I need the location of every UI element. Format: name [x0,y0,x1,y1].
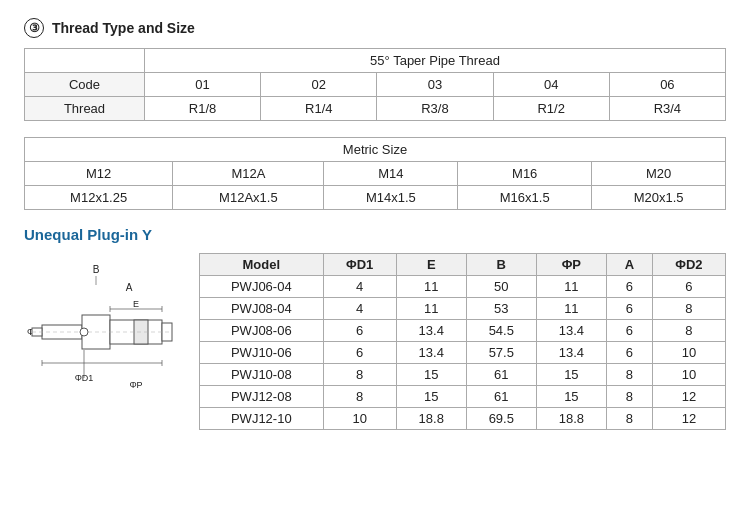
plug-table-row: PWJ08-06613.454.513.468 [200,320,726,342]
plug-cell-6-2: 18.8 [396,408,466,430]
plug-cell-0-0: PWJ06-04 [200,276,324,298]
taper-code-row: Code 01 02 03 04 06 [25,73,726,97]
plug-table-header-row: Model ΦD1 E B ΦP A ΦD2 [200,254,726,276]
plug-cell-0-3: 50 [466,276,536,298]
plug-table-wrap: Model ΦD1 E B ΦP A ΦD2 PWJ06-04411501166… [199,253,726,430]
plug-cell-1-3: 53 [466,298,536,320]
metric-s1-4: M16 [458,162,592,186]
taper-code-5: 06 [609,73,725,97]
plug-diagram: B A ΦD2 [24,263,179,406]
metric-s2-3: M14x1.5 [324,186,458,210]
plug-cell-5-3: 61 [466,386,536,408]
plug-cell-1-5: 6 [606,298,652,320]
metric-size-row-2: M12x1.25 M12Ax1.5 M14x1.5 M16x1.5 M20x1.… [25,186,726,210]
plug-table-row: PWJ08-04411531168 [200,298,726,320]
taper-main-header: 55° Taper Pipe Thread [145,49,726,73]
plug-cell-3-3: 57.5 [466,342,536,364]
plug-diagram-svg: B A ΦD2 [24,263,179,403]
taper-thread-2: R1/4 [261,97,377,121]
plug-cell-2-4: 13.4 [536,320,606,342]
plug-cell-1-0: PWJ08-04 [200,298,324,320]
plug-col-model: Model [200,254,324,276]
plug-cell-6-4: 18.8 [536,408,606,430]
plug-cell-3-6: 10 [652,342,725,364]
plug-cell-2-1: 6 [323,320,396,342]
plug-cell-4-5: 8 [606,364,652,386]
metric-table: Metric Size M12 M12A M14 M16 M20 M12x1.2… [24,137,726,210]
metric-s1-1: M12 [25,162,173,186]
plug-table-row: PWJ10-088156115810 [200,364,726,386]
plug-table: Model ΦD1 E B ΦP A ΦD2 PWJ06-04411501166… [199,253,726,430]
metric-table-wrap: Metric Size M12 M12A M14 M16 M20 M12x1.2… [24,137,726,210]
metric-s1-3: M14 [324,162,458,186]
plug-cell-6-0: PWJ12-10 [200,408,324,430]
plug-section: Unequal Plug-in Y B A ΦD2 [24,226,726,430]
plug-col-d1: ΦD1 [323,254,396,276]
plug-col-b: B [466,254,536,276]
plug-cell-0-6: 6 [652,276,725,298]
section-header: ③ Thread Type and Size [24,18,726,38]
plug-cell-2-2: 13.4 [396,320,466,342]
plug-table-row: PWJ12-101018.869.518.8812 [200,408,726,430]
plug-cell-1-1: 4 [323,298,396,320]
plug-cell-6-6: 12 [652,408,725,430]
section-title: Thread Type and Size [52,20,195,36]
plug-cell-1-2: 11 [396,298,466,320]
plug-cell-3-4: 13.4 [536,342,606,364]
section-number: ③ [24,18,44,38]
svg-text:B: B [93,264,100,275]
plug-cell-0-4: 11 [536,276,606,298]
plug-cell-1-4: 11 [536,298,606,320]
svg-text:A: A [126,282,133,293]
plug-cell-3-1: 6 [323,342,396,364]
plug-cell-6-5: 8 [606,408,652,430]
taper-code-label: Code [25,73,145,97]
plug-cell-4-0: PWJ10-08 [200,364,324,386]
plug-cell-6-1: 10 [323,408,396,430]
plug-cell-2-3: 54.5 [466,320,536,342]
metric-s2-5: M20x1.5 [592,186,726,210]
taper-table-wrap: 55° Taper Pipe Thread Code 01 02 03 04 0… [24,48,726,121]
plug-table-row: PWJ12-088156115812 [200,386,726,408]
plug-cell-5-5: 8 [606,386,652,408]
taper-thread-5: R3/4 [609,97,725,121]
plug-cell-4-1: 8 [323,364,396,386]
plug-cell-0-5: 6 [606,276,652,298]
metric-size-row-1: M12 M12A M14 M16 M20 [25,162,726,186]
plug-cell-4-3: 61 [466,364,536,386]
plug-cell-3-2: 13.4 [396,342,466,364]
plug-cell-5-0: PWJ12-08 [200,386,324,408]
plug-cell-3-0: PWJ10-06 [200,342,324,364]
plug-cell-6-3: 69.5 [466,408,536,430]
metric-main-header-row: Metric Size [25,138,726,162]
plug-cell-5-2: 15 [396,386,466,408]
plug-cell-3-5: 6 [606,342,652,364]
taper-main-header-row: 55° Taper Pipe Thread [25,49,726,73]
svg-point-21 [80,328,88,336]
plug-cell-2-6: 8 [652,320,725,342]
plug-cell-1-6: 8 [652,298,725,320]
plug-title: Unequal Plug-in Y [24,226,726,243]
svg-text:ΦP: ΦP [129,380,142,390]
taper-thread-label: Thread [25,97,145,121]
plug-col-a: A [606,254,652,276]
taper-code-1: 01 [145,73,261,97]
taper-thread-4: R1/2 [493,97,609,121]
plug-col-fp: ΦP [536,254,606,276]
taper-thread-3: R3/8 [377,97,493,121]
taper-thread-row: Thread R1/8 R1/4 R3/8 R1/2 R3/4 [25,97,726,121]
metric-main-header: Metric Size [25,138,726,162]
taper-table: 55° Taper Pipe Thread Code 01 02 03 04 0… [24,48,726,121]
plug-cell-0-1: 4 [323,276,396,298]
plug-cell-5-1: 8 [323,386,396,408]
plug-cell-0-2: 11 [396,276,466,298]
taper-code-2: 02 [261,73,377,97]
plug-table-row: PWJ10-06613.457.513.4610 [200,342,726,364]
plug-cell-4-4: 15 [536,364,606,386]
taper-code-3: 03 [377,73,493,97]
metric-s1-5: M20 [592,162,726,186]
metric-s1-2: M12A [173,162,324,186]
metric-s2-1: M12x1.25 [25,186,173,210]
plug-cell-4-2: 15 [396,364,466,386]
plug-table-row: PWJ06-04411501166 [200,276,726,298]
